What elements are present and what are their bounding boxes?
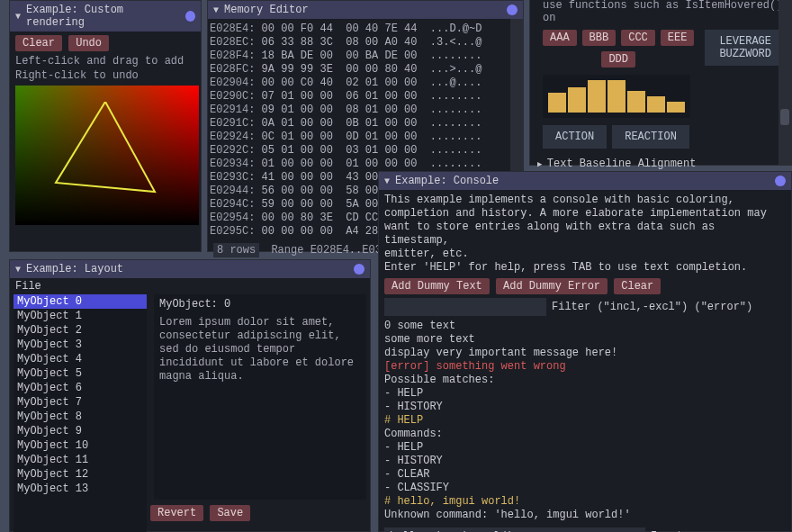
console-line: # hello, imgui world!	[384, 495, 786, 509]
memory-row[interactable]: E0291C: 0A 01 00 00 0B 01 00 00 ........	[210, 117, 521, 131]
scrollbar[interactable]	[778, 0, 791, 165]
bbb-button[interactable]: BBB	[582, 30, 616, 46]
reaction-button[interactable]: REACTION	[612, 125, 689, 149]
histogram-bar	[647, 96, 665, 113]
console-line: # HELP	[384, 414, 786, 428]
window-title: Example: Console	[395, 175, 499, 187]
save-button[interactable]: Save	[210, 505, 250, 521]
close-icon[interactable]	[354, 264, 364, 275]
memory-row[interactable]: E0292C: 05 01 00 00 03 01 00 00 ........	[210, 144, 521, 158]
list-item[interactable]: MyObject 4	[14, 352, 147, 366]
window-title: Example: Custom rendering	[26, 4, 180, 29]
hint-line-2: Right-click to undo	[15, 69, 195, 82]
leverage-button[interactable]: LEVERAGE BUZZWORD	[705, 30, 786, 66]
memory-row[interactable]: E02904: 00 00 C0 40 02 01 00 00 ...@....	[210, 77, 521, 90]
revert-button[interactable]: Revert	[150, 505, 203, 521]
console-line: display very important message here!	[384, 347, 786, 360]
collapse-icon[interactable]: ▼	[213, 5, 219, 15]
memory-row[interactable]: E02914: 09 01 00 00 08 01 00 00 ........	[210, 104, 521, 117]
list-item[interactable]: MyObject 7	[14, 395, 147, 410]
memory-row[interactable]: E02934: 01 00 00 00 01 00 00 00 ........	[210, 158, 521, 171]
console-titlebar[interactable]: ▼ Example: Console	[379, 172, 791, 190]
layout-titlebar[interactable]: ▼ Example: Layout	[10, 260, 370, 278]
collapse-icon[interactable]: ▼	[15, 265, 21, 275]
undo-button[interactable]: Undo	[68, 35, 109, 51]
detail-lorem: Lorem ipsum dolor sit amet, consectetur …	[159, 316, 361, 383]
list-item[interactable]: MyObject 0	[14, 294, 147, 309]
console-line: - HISTORY	[384, 455, 786, 468]
console-window: ▼ Example: Console This example implemen…	[378, 171, 792, 532]
triangle-polyline	[51, 102, 159, 201]
hint-line-1: Left-click and drag to add	[15, 55, 195, 68]
console-desc: This example implements a console with b…	[384, 194, 786, 207]
histogram-bar	[548, 93, 566, 113]
window-title: Memory Editor	[224, 4, 309, 16]
list-item[interactable]: MyObject 2	[14, 323, 147, 338]
console-output: 0 some textsome more textdisplay very im…	[384, 320, 786, 522]
object-list[interactable]: MyObject 0MyObject 1MyObject 2MyObject 3…	[14, 294, 147, 532]
list-item[interactable]: MyObject 1	[14, 309, 147, 323]
add-dummy-text-button[interactable]: Add Dummy Text	[384, 278, 490, 294]
drawing-canvas[interactable]	[15, 86, 199, 225]
tree-text-baseline[interactable]: Text Baseline Alignment	[537, 158, 786, 170]
ddd-button[interactable]: DDD	[601, 51, 635, 68]
console-line: [error] something went wrong	[384, 360, 786, 374]
console-line: Commands:	[384, 428, 786, 441]
histogram-bar	[667, 102, 685, 113]
action-button[interactable]: ACTION	[543, 125, 607, 149]
collapse-icon[interactable]: ▼	[384, 176, 390, 186]
detail-panel: MyObject: 0 Lorem ipsum dolor sit amet, …	[154, 294, 366, 500]
memory-row[interactable]: E028F4: 18 BA DE 00 00 BA DE 00 ........	[210, 50, 521, 63]
list-item[interactable]: MyObject 8	[14, 410, 147, 424]
close-icon[interactable]	[507, 5, 518, 15]
memory-row[interactable]: E0290C: 07 01 00 00 06 01 00 00 ........	[210, 90, 521, 104]
list-item[interactable]: MyObject 13	[14, 482, 147, 496]
memory-row[interactable]: E02924: 0C 01 00 00 0D 01 00 00 ........	[210, 131, 521, 144]
list-item[interactable]: MyObject 10	[14, 438, 147, 453]
histogram-bar	[608, 80, 626, 113]
console-line: - HELP	[384, 441, 786, 455]
console-line: - CLASSIFY	[384, 482, 786, 495]
histogram-bar	[627, 91, 645, 113]
widgets-window: use functions such as IsItemHovered() on…	[529, 0, 792, 166]
console-line: 0 some text	[384, 320, 786, 333]
histogram-bar	[568, 87, 586, 113]
clear-button[interactable]: Clear	[15, 35, 62, 51]
list-item[interactable]: MyObject 12	[14, 467, 147, 482]
console-line: Unknown command: 'hello, imgui world!'	[384, 509, 786, 522]
custom-render-titlebar[interactable]: ▼ Example: Custom rendering	[10, 1, 201, 32]
list-item[interactable]: MyObject 5	[14, 366, 147, 381]
layout-window: ▼ Example: Layout File MyObject 0MyObjec…	[9, 259, 371, 532]
close-icon[interactable]	[775, 176, 786, 186]
widgets-hint: use functions such as IsItemHovered() on	[543, 0, 786, 24]
add-dummy-error-button[interactable]: Add Dummy Error	[496, 278, 608, 294]
window-title: Example: Layout	[26, 263, 123, 275]
memory-editor-titlebar[interactable]: ▼ Memory Editor	[208, 1, 523, 19]
console-desc: want to store entries along with extra d…	[384, 221, 786, 248]
aaa-button[interactable]: AAA	[543, 30, 577, 46]
list-item[interactable]: MyObject 6	[14, 381, 147, 395]
memory-row[interactable]: E028EC: 06 33 88 3C 08 00 A0 40 .3.<...@	[210, 36, 521, 50]
histogram-bar	[588, 80, 606, 113]
detail-title: MyObject: 0	[159, 298, 361, 311]
collapse-icon[interactable]: ▼	[15, 12, 21, 22]
console-line: - HELP	[384, 387, 786, 401]
close-icon[interactable]	[185, 11, 195, 22]
ccc-button[interactable]: CCC	[621, 30, 655, 46]
list-item[interactable]: MyObject 11	[14, 453, 147, 467]
list-item[interactable]: MyObject 3	[14, 338, 147, 352]
custom-render-window: ▼ Example: Custom rendering Clear Undo L…	[9, 0, 202, 252]
filter-input[interactable]	[384, 298, 546, 316]
console-desc: Enter 'HELP' for help, press TAB to use …	[384, 261, 786, 275]
console-input[interactable]	[384, 527, 645, 532]
memory-row[interactable]: E028FC: 9A 99 99 3E 00 00 80 40 ...>...@	[210, 63, 521, 77]
scrollbar-thumb[interactable]	[780, 109, 789, 125]
memory-row[interactable]: E028E4: 00 00 F0 44 00 40 7E 44 ...D.@~D	[210, 23, 521, 36]
console-clear-button[interactable]: Clear	[614, 278, 661, 294]
console-line: some more text	[384, 333, 786, 347]
histogram	[543, 75, 690, 118]
mem-rows-status: 8 rows	[213, 243, 259, 257]
eee-button[interactable]: EEE	[661, 30, 695, 46]
file-menu[interactable]: File	[10, 278, 370, 294]
list-item[interactable]: MyObject 9	[14, 424, 147, 438]
